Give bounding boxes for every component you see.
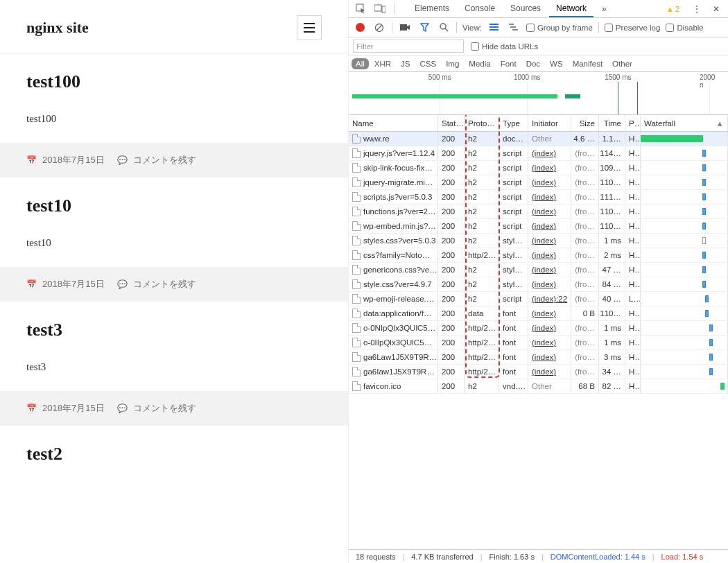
inspect-element-icon[interactable] — [353, 1, 368, 17]
cell-initiator[interactable]: (index) — [532, 280, 556, 288]
post-comment-link[interactable]: 💬コメントを残す — [117, 278, 196, 291]
table-row[interactable]: genericons.css?ve…200h2styl…(index)(fro…… — [349, 263, 728, 277]
table-row[interactable]: skip-link-focus-fix…200h2script(index)(f… — [349, 161, 728, 175]
table-row[interactable]: scripts.js?ver=5.0.3200h2script(index)(f… — [349, 190, 728, 205]
filter-input[interactable] — [353, 40, 464, 53]
cell-initiator[interactable]: (index) — [532, 324, 556, 332]
post-comment-link[interactable]: 💬コメントを残す — [117, 402, 196, 415]
col-time[interactable]: Time — [599, 115, 625, 131]
close-devtools-icon[interactable]: ✕ — [709, 1, 724, 17]
table-row[interactable]: jquery-migrate.mi…200h2script(index)(fro… — [349, 175, 728, 190]
cell-initiator[interactable]: (index) — [532, 193, 556, 201]
cell-initiator[interactable]: (index) — [532, 353, 556, 361]
type-filter-js[interactable]: JS — [397, 58, 414, 69]
list-view-icon[interactable] — [487, 21, 501, 35]
preserve-log-checkbox[interactable]: Preserve log — [605, 24, 661, 32]
tab-elements[interactable]: Elements — [408, 0, 456, 17]
device-toolbar-icon[interactable] — [372, 1, 388, 17]
warning-badge[interactable]: ▲2 — [666, 5, 679, 13]
cell-initiator[interactable]: (index) — [532, 309, 556, 318]
type-filter-all[interactable]: All — [352, 58, 369, 69]
type-filter-css[interactable]: CSS — [415, 58, 440, 69]
cell-priority: H… — [625, 146, 641, 160]
table-row[interactable]: style.css?ver=4.9.7200h2styl…(index)(fro… — [349, 277, 728, 292]
overview-timeline[interactable]: 500 ms 1000 ms 1500 ms 2000 n — [349, 72, 728, 115]
cell-status: 200 — [438, 263, 465, 277]
table-row[interactable]: www.re200h2doc…Other4.6 …1.1…H… — [349, 132, 728, 146]
calendar-icon: 📅 — [26, 155, 37, 165]
col-size[interactable]: Size — [571, 115, 599, 131]
type-filter-doc[interactable]: Doc — [522, 58, 544, 69]
post-title[interactable]: test3 — [26, 320, 322, 340]
type-filter-img[interactable]: Img — [442, 58, 463, 69]
cell-initiator[interactable]: Other — [532, 135, 552, 143]
col-priority[interactable]: P… — [625, 115, 641, 131]
type-filter-media[interactable]: Media — [465, 58, 494, 69]
cell-initiator[interactable]: (index) — [532, 236, 556, 245]
search-icon[interactable] — [437, 21, 451, 35]
col-waterfall[interactable]: Waterfall▲ — [641, 115, 728, 131]
hide-data-urls-checkbox[interactable]: Hide data URLs — [471, 42, 538, 51]
tab-console[interactable]: Console — [458, 0, 502, 17]
cell-name: ga6Law1J5X9T9R… — [363, 353, 437, 361]
table-row[interactable]: favicon.ico200h2vnd.…Other68 B82 …H… — [349, 379, 728, 394]
cell-initiator[interactable]: (index) — [532, 178, 556, 187]
post-title[interactable]: test2 — [26, 444, 322, 465]
kebab-menu-icon[interactable]: ⋮ — [689, 1, 704, 17]
devtools-pane: ElementsConsoleSourcesNetwork » ▲2 ⋮ ✕ V… — [349, 0, 728, 563]
cell-initiator[interactable]: (index) — [532, 266, 556, 274]
table-row[interactable]: ga6Iaw1J5X9T9R…200http/2…font(index)(fro… — [349, 365, 728, 379]
clear-button[interactable] — [372, 21, 386, 35]
cell-priority: H… — [625, 190, 641, 204]
waterfall-view-icon[interactable] — [507, 21, 521, 35]
type-filter-font[interactable]: Font — [496, 58, 521, 69]
filter-icon[interactable] — [417, 21, 431, 35]
record-button[interactable] — [353, 21, 367, 35]
table-row[interactable]: jquery.js?ver=1.12.4200h2script(index)(f… — [349, 146, 728, 161]
post-date[interactable]: 📅2018年7月15日 — [26, 402, 105, 415]
col-protocol[interactable]: Proto… — [465, 115, 499, 131]
tab-sources[interactable]: Sources — [503, 0, 548, 17]
post-date[interactable]: 📅2018年7月15日 — [26, 278, 105, 291]
post-date[interactable]: 📅2018年7月15日 — [26, 154, 105, 166]
cell-initiator[interactable]: (index) — [532, 222, 556, 230]
cell-initiator[interactable]: (index) — [532, 367, 556, 376]
tab-network[interactable]: Network — [549, 0, 593, 17]
type-filter-xhr[interactable]: XHR — [370, 58, 395, 69]
cell-initiator[interactable]: (index) — [532, 338, 556, 347]
type-filter-manifest[interactable]: Manifest — [569, 58, 607, 69]
camera-icon[interactable] — [398, 21, 412, 35]
cell-protocol: h2 — [465, 277, 499, 291]
table-row[interactable]: styles.css?ver=5.0.3200h2styl…(index)(fr… — [349, 234, 728, 248]
post-title[interactable]: test100 — [26, 71, 322, 92]
disable-cache-checkbox[interactable]: Disable — [666, 24, 703, 32]
group-by-frame-checkbox[interactable]: Group by frame — [526, 24, 593, 32]
col-name[interactable]: Name — [349, 115, 438, 131]
table-row[interactable]: wp-emoji-release.…200h2script(index):22(… — [349, 292, 728, 306]
table-row[interactable]: o-0IIpQlx3QUlC5…200http/2…font(index)(fr… — [349, 336, 728, 350]
cell-initiator[interactable]: (index) — [532, 164, 556, 172]
type-filter-ws[interactable]: WS — [546, 58, 567, 69]
more-tabs-icon[interactable]: » — [598, 1, 611, 17]
col-type[interactable]: Type — [499, 115, 528, 131]
site-title[interactable]: nginx site — [26, 19, 89, 37]
cell-initiator[interactable]: (index) — [532, 149, 556, 157]
post-title[interactable]: test10 — [26, 196, 322, 216]
cell-protocol: h2 — [465, 234, 499, 248]
table-row[interactable]: data:application/f…200datafont(index)0 B… — [349, 306, 728, 321]
cell-initiator[interactable]: (index):22 — [532, 295, 567, 303]
cell-initiator[interactable]: (index) — [532, 207, 556, 216]
table-row[interactable]: ga6Law1J5X9T9R…200http/2…font(index)(fro… — [349, 350, 728, 365]
table-row[interactable]: css?family=Noto…200http/2…styl…(index)(f… — [349, 248, 728, 263]
col-status[interactable]: Stat… — [438, 115, 465, 131]
table-row[interactable]: wp-embed.min.js?…200h2script(index)(fro…… — [349, 219, 728, 234]
post-comment-link[interactable]: 💬コメントを残す — [117, 154, 196, 166]
type-filter-other[interactable]: Other — [608, 58, 636, 69]
cell-initiator[interactable]: (index) — [532, 251, 556, 259]
cell-initiator[interactable]: Other — [532, 382, 552, 390]
table-row[interactable]: functions.js?ver=2…200h2script(index)(fr… — [349, 205, 728, 219]
hamburger-menu-button[interactable] — [297, 15, 322, 40]
cell-protocol: http/2… — [465, 365, 499, 379]
col-initiator[interactable]: Initiator — [528, 115, 571, 131]
table-row[interactable]: o-0NIpQlx3QUlC5…200http/2…font(index)(fr… — [349, 321, 728, 336]
